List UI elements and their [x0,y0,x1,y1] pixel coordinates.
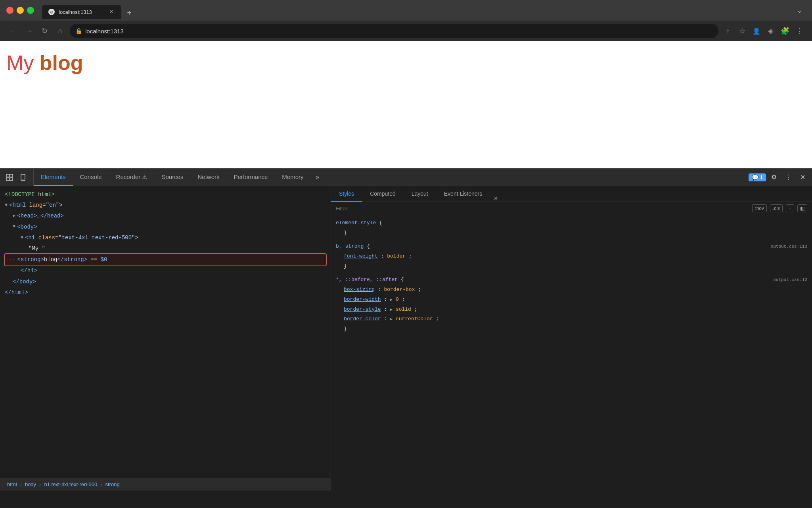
styles-more-tabs[interactable]: » [490,194,502,202]
new-tab-button[interactable]: + [123,6,136,19]
back-button[interactable]: ← [6,25,19,37]
tab-elements[interactable]: Elements [34,169,73,186]
close-traffic-light[interactable] [6,7,13,14]
settings-button[interactable]: ⚙ [768,171,780,184]
browser-window: ⊙ localhost:1313 × + ⌄ ← → ↻ ⌂ 🔒 localho… [0,0,812,508]
heading-blog-text: blog [40,51,83,74]
home-button[interactable]: ⌂ [54,25,67,37]
add-style-button[interactable]: + [786,204,794,212]
more-menu-button[interactable]: ⋮ [793,25,806,37]
more-tabs-button[interactable]: » [311,169,324,186]
devtools-tabs: Elements Console Recorder ⚠ Sources Netw… [34,169,745,186]
tab-favicon: ⊙ [48,9,55,15]
browser-viewport: My blog [0,41,812,168]
cls-filter-button[interactable]: .cls [770,204,783,212]
toggle-panel-button[interactable]: ◧ [797,204,807,212]
styles-tabs: Styles Computed Layout Event Listeners » [331,186,812,202]
head-line[interactable]: ▶ <head>…</head> [5,211,326,221]
console-badge[interactable]: 💬 1 [749,173,766,181]
badge-count: 1 [760,174,763,180]
share-button[interactable]: ↑ [722,25,734,37]
page-heading: My blog [6,51,83,75]
maximize-traffic-light[interactable] [27,7,34,14]
tab-memory[interactable]: Memory [275,169,310,186]
breadcrumb-strong[interactable]: strong [103,481,122,488]
breadcrumb: html › body › h1.text-4xl.text-red-500 ›… [0,478,331,491]
heading-my-text: My [6,51,40,74]
traffic-lights [6,7,34,14]
close-devtools-button[interactable]: ✕ [796,171,809,184]
html-open-line[interactable]: ▼ <html lang="en"> [5,200,326,211]
styles-tab-event-listeners[interactable]: Event Listeners [436,186,490,202]
more-options-button[interactable]: ⋮ [782,171,795,184]
devtools-panel: Elements Console Recorder ⚠ Sources Netw… [0,168,812,491]
tab-title: localhost:1313 [59,9,104,15]
styles-filter-bar: :hov .cls + ◧ [331,202,812,215]
device-mode-button[interactable] [17,171,30,184]
styles-tab-layout[interactable]: Layout [404,186,436,202]
body-open-line[interactable]: ▼ <body> [5,222,326,233]
nav-bar: ← → ↻ ⌂ 🔒 localhost:1313 ↑ ☆ 👤 ◈ 🧩 ⋮ [0,21,812,41]
styles-panel: Styles Computed Layout Event Listeners »… [331,186,812,491]
tab-sources[interactable]: Sources [154,169,190,186]
b-strong-block: b, strong { output.css:113 font-weight :… [336,242,807,271]
body-close-line[interactable]: </body> [5,277,326,287]
breadcrumb-body[interactable]: body [23,481,38,488]
h1-close-line[interactable]: </h1> [5,266,326,276]
title-bar: ⊙ localhost:1313 × + ⌄ [0,0,812,21]
extension2-button[interactable]: 🧩 [779,25,791,37]
text-my-line[interactable]: "My " [5,243,326,254]
elements-content: <!DOCTYPE html> ▼ <html lang="en"> ▶ <he… [0,186,331,478]
devtools-icon-group [0,169,34,186]
tab-console[interactable]: Console [73,169,109,186]
window-dropdown[interactable]: ⌄ [793,6,806,15]
styles-tab-computed[interactable]: Computed [362,186,404,202]
devtools-toolbar: Elements Console Recorder ⚠ Sources Netw… [0,169,812,186]
svg-rect-0 [6,174,9,177]
devtools-right-actions: 💬 1 ⚙ ⋮ ✕ [745,171,812,184]
reload-button[interactable]: ↻ [38,25,51,37]
strong-selected-line[interactable]: ··· <strong>blog</strong> == $0 [5,254,326,266]
minimize-traffic-light[interactable] [17,7,24,14]
tab-recorder[interactable]: Recorder ⚠ [109,169,155,186]
tab-performance[interactable]: Performance [226,169,275,186]
nav-actions: ↑ ☆ 👤 ◈ 🧩 ⋮ [722,25,806,37]
bookmark-button[interactable]: ☆ [736,25,749,37]
lock-icon: 🔒 [75,28,82,34]
svg-rect-3 [10,178,13,181]
inspect-element-button[interactable] [3,171,16,184]
svg-rect-1 [10,174,13,177]
address-text: localhost:1313 [85,28,124,35]
breadcrumb-html[interactable]: html [5,481,19,488]
tab-close-button[interactable]: × [108,8,115,15]
active-tab[interactable]: ⊙ localhost:1313 × [42,5,121,19]
devtools-main: <!DOCTYPE html> ▼ <html lang="en"> ▶ <he… [0,186,812,491]
breadcrumb-h1[interactable]: h1.text-4xl.text-red-500 [42,481,100,488]
universal-block: *, ::before, ::after { output.css:12 box… [336,275,807,334]
doctype-line[interactable]: <!DOCTYPE html> [5,189,326,200]
styles-content: element.style { } b, strong { [331,215,812,491]
svg-rect-2 [6,178,9,181]
element-style-block: element.style { } [336,218,807,238]
h1-open-line[interactable]: ▼ <h1 class="text-4xl text-red-500"> [5,233,326,243]
address-bar[interactable]: 🔒 localhost:1313 [70,24,718,38]
profile-icon[interactable]: 👤 [750,25,763,37]
extension1-button[interactable]: ◈ [764,25,777,37]
styles-filter-input[interactable] [336,206,749,212]
forward-button[interactable]: → [22,25,35,37]
badge-icon: 💬 [752,174,758,181]
elements-panel: <!DOCTYPE html> ▼ <html lang="en"> ▶ <he… [0,186,331,491]
styles-tab-styles[interactable]: Styles [331,186,362,202]
hov-filter-button[interactable]: :hov [752,204,767,212]
tab-network[interactable]: Network [190,169,226,186]
html-close-line[interactable]: </html> [5,287,326,298]
